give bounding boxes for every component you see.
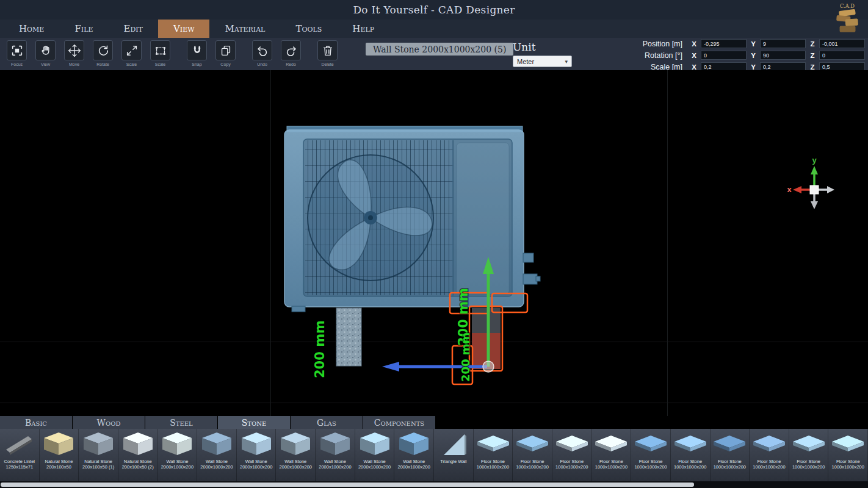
menu-item[interactable]: View (158, 20, 210, 38)
gizmo-neg-y-axis[interactable] (811, 201, 818, 209)
toolbar-button-label: Rotate (96, 62, 109, 66)
gizmo-cube[interactable] (810, 185, 819, 194)
shelf-item[interactable]: Natural Stone 200x100x50 (1) (79, 429, 118, 481)
redo-button[interactable]: Redo (277, 40, 305, 66)
category-tab[interactable]: Stone (218, 416, 290, 429)
shelf-item[interactable]: Floor Stone 1000x1000x200 (711, 429, 750, 481)
shelf-item[interactable]: Floor Stone 1000x1000x200 (750, 429, 789, 481)
shelf-item[interactable]: Natural Stone 200x100x50 (40, 429, 79, 481)
scale-rect-button[interactable]: Scale (146, 40, 175, 66)
undo-button[interactable]: Undo (248, 40, 277, 66)
shelf-item-dimensions: 1000x1000x200 (714, 464, 746, 470)
view-pan-button[interactable]: View (31, 40, 60, 66)
menu-item[interactable]: Material (209, 20, 280, 38)
selected-stone-piece[interactable] (472, 308, 501, 369)
category-tab[interactable]: Glas (291, 416, 363, 429)
toolbar-button-label: Redo (286, 62, 296, 66)
menu-item[interactable]: Help (337, 20, 389, 38)
stone-thumbnail (752, 431, 786, 459)
position-z-input[interactable] (819, 39, 865, 48)
shelf-item[interactable]: Triangle Wall (434, 429, 474, 481)
y-axis-label: Y (750, 52, 757, 59)
menu-item[interactable]: Home (4, 20, 59, 38)
gizmo-x-axis[interactable] (793, 186, 801, 193)
menu-item[interactable]: Edit (109, 20, 158, 38)
toolbar-button-label: View (41, 62, 50, 66)
model-ac-unit[interactable] (284, 126, 540, 312)
shelf-item-name: Natural Stone (124, 459, 152, 464)
selected-object-label: Wall Stone 2000x1000x200 (5) (366, 43, 513, 56)
shelf-item[interactable]: Floor Stone 1000x1000x200 (828, 429, 868, 481)
shelf-item[interactable]: Wall Stone 2000x1000x200 (237, 429, 277, 481)
menu-item-label: Material (225, 23, 265, 34)
shelf-item-dimensions: 2000x1000x200 (280, 464, 312, 470)
shelf-item[interactable]: Wall Stone 2000x1000x200 (316, 429, 355, 481)
axis-orientation-gizmo[interactable]: y x (787, 156, 834, 209)
shelf-item[interactable]: Wall Stone 2000x1000x200 (197, 429, 237, 481)
menu-item[interactable]: Tools (280, 20, 337, 38)
rotate-button[interactable]: Rotate (89, 40, 117, 66)
focus-button[interactable]: Focus (2, 40, 31, 66)
horizontal-scrollbar[interactable] (0, 481, 868, 488)
shelf-item[interactable]: Natural Stone 200x100x50 (2) (118, 429, 158, 481)
move-button[interactable]: Move (60, 40, 89, 66)
toolbar-button-label: Snap (192, 62, 201, 66)
pipe-connector (523, 253, 533, 262)
rotation-row: Rotation [°] X Y Z (643, 51, 865, 60)
shelf-item-name: Floor Stone (718, 459, 742, 464)
position-x-input[interactable] (701, 39, 747, 48)
shelf-item[interactable]: Floor Stone 1000x1000x200 (592, 429, 632, 481)
stone-thumbnail (634, 431, 668, 459)
scrollbar-thumb[interactable] (1, 483, 694, 487)
shelf-item-name: Floor Stone (560, 459, 584, 464)
gizmo-neg-x-axis[interactable] (827, 186, 834, 193)
shelf-item[interactable]: Floor Stone 1000x1000x200 (513, 429, 552, 481)
shelf-item[interactable]: Wall Stone 2000x1000x200 (355, 429, 395, 481)
gizmo-origin[interactable] (483, 361, 494, 372)
viewport[interactable]: 200 mm 200 mm 200 mm y x (0, 70, 868, 416)
shelf-item[interactable]: Floor Stone 1000x1000x200 (789, 429, 829, 481)
shelf-item[interactable]: Concrete Lintel 1250x115x71 (0, 429, 40, 481)
focus-icon (7, 40, 27, 60)
stone-thumbnail (358, 431, 392, 459)
delete-button[interactable]: Delete (313, 40, 342, 66)
menu-item-label: Home (19, 23, 44, 34)
category-tab[interactable]: Components (363, 416, 435, 429)
stone-thumbnail (81, 431, 115, 459)
toolbar-button-label: Focus (11, 62, 23, 66)
shelf-item-name: Wall Stone (284, 459, 306, 464)
shelf-item[interactable]: Floor Stone 1000x1000x200 (671, 429, 711, 481)
snap-button[interactable]: Snap (183, 40, 211, 66)
category-tab-label: Glas (317, 418, 336, 428)
rotation-y-input[interactable] (760, 51, 806, 60)
copy-button[interactable]: Copy (211, 40, 240, 66)
unit-dropdown-value: Meter (517, 58, 534, 65)
menu-item-label: Edit (124, 23, 143, 34)
gizmo-y-axis[interactable] (811, 166, 818, 174)
rotation-x-input[interactable] (701, 51, 747, 60)
shelf-item-name: Wall Stone (245, 459, 267, 464)
shelf-item-name: Floor Stone (836, 459, 860, 464)
gizmo-x-arrowhead[interactable] (382, 362, 399, 371)
stone-thumbnail (436, 431, 471, 459)
dimension-label: 200 mm (313, 320, 327, 378)
category-tab[interactable]: Steel (145, 416, 217, 429)
shelf-item[interactable]: Wall Stone 2000x1000x200 (394, 429, 434, 481)
scale-button[interactable]: Scale (117, 40, 146, 66)
position-y-input[interactable] (760, 39, 806, 48)
shelf-item[interactable]: Floor Stone 1000x1000x200 (631, 429, 671, 481)
unit-foot (292, 306, 305, 312)
viewport-canvas[interactable]: 200 mm 200 mm 200 mm y x (0, 70, 868, 416)
shelf-item[interactable]: Floor Stone 1000x1000x200 (552, 429, 592, 481)
shelf-item[interactable]: Wall Stone 2000x1000x200 (158, 429, 198, 481)
stone-block-left[interactable] (336, 308, 361, 366)
shelf-item[interactable]: Wall Stone 2000x1000x200 (276, 429, 316, 481)
rotation-z-input[interactable] (819, 51, 865, 60)
stone-thumbnail (397, 431, 431, 459)
menu-item[interactable]: File (59, 20, 108, 38)
unit-dropdown[interactable]: Meter ▾ (513, 56, 572, 67)
category-tab[interactable]: Basic (0, 416, 72, 429)
category-tab[interactable]: Wood (73, 416, 145, 429)
shelf-item[interactable]: Floor Stone 1000x1000x200 (474, 429, 513, 481)
shelf-item-dimensions: 1000x1000x200 (792, 464, 825, 470)
